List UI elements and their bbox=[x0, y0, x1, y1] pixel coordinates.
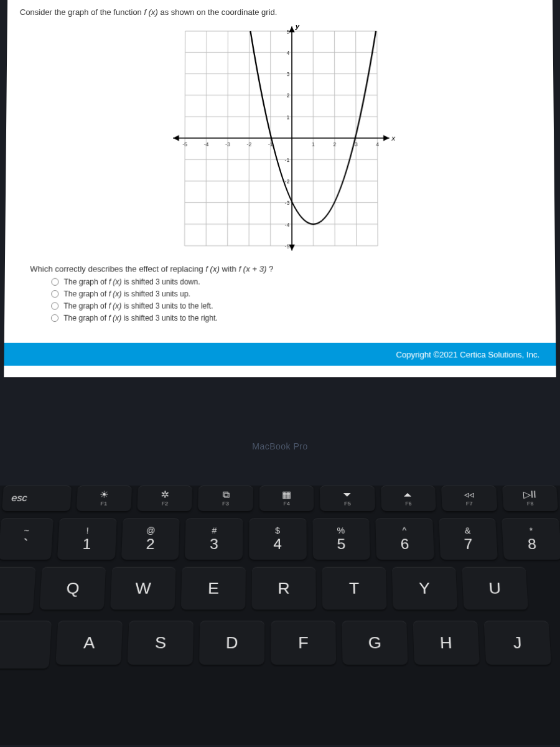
svg-text:-2: -2 bbox=[285, 179, 290, 185]
key-e: E bbox=[181, 567, 246, 610]
brightness-down-icon: ☀ bbox=[100, 490, 109, 499]
opt-text: The graph of f (x) is shifted 3 units to… bbox=[63, 314, 218, 322]
key-y: Y bbox=[392, 567, 457, 610]
key-f6: ⏶F6 bbox=[381, 486, 436, 511]
graph-container: x y 543 21 -1-2-3 -4-5 -5-4-3 -2-1 123 4 bbox=[17, 19, 543, 260]
radio-icon[interactable] bbox=[51, 302, 58, 309]
key-f2: ✲F2 bbox=[137, 486, 192, 511]
number-row: ~` !1 @2 #3 $4 %5 ^6 &7 *8 bbox=[0, 518, 560, 560]
key-d: D bbox=[199, 621, 264, 665]
key-8: *8 bbox=[502, 518, 560, 560]
svg-text:2: 2 bbox=[286, 93, 289, 99]
sub-f2: f (x + 3) bbox=[239, 264, 267, 273]
svg-text:-5: -5 bbox=[285, 243, 290, 250]
key-g: G bbox=[342, 621, 408, 665]
quiz-screen: Consider the graph of the function f (x)… bbox=[4, 0, 556, 377]
option-c[interactable]: The graph of f (x) is shifted 3 units to… bbox=[51, 301, 543, 310]
key-q: Q bbox=[39, 567, 106, 610]
options-list: The graph of f (x) is shifted 3 units do… bbox=[51, 278, 543, 322]
key-esc: esc bbox=[2, 486, 72, 511]
laptop-brand-label: MacBook Pro bbox=[0, 441, 560, 451]
launchpad-icon: ▦ bbox=[282, 490, 291, 499]
question-intro: Consider the graph of the function f (x)… bbox=[20, 7, 540, 17]
sub-pre: Which correctly describes the effect of … bbox=[30, 264, 205, 273]
svg-text:-1: -1 bbox=[285, 157, 290, 163]
sub-end: ? bbox=[269, 264, 273, 273]
key-f7: ◃◃F7 bbox=[441, 486, 497, 511]
svg-text:3: 3 bbox=[286, 71, 289, 77]
rewind-icon: ◃◃ bbox=[464, 490, 474, 499]
key-2: @2 bbox=[121, 518, 180, 560]
svg-marker-24 bbox=[173, 135, 179, 141]
play-pause-icon: ▷II bbox=[523, 490, 536, 499]
key-f: F bbox=[271, 621, 336, 665]
svg-text:-4: -4 bbox=[285, 222, 290, 228]
key-6: ^6 bbox=[375, 518, 434, 560]
key-f5: ⏷F5 bbox=[320, 486, 375, 511]
keyboard-bright-icon: ⏶ bbox=[403, 490, 414, 499]
function-row: esc ☀F1 ✲F2 ⧉F3 ▦F4 ⏷F5 ⏶F6 ◃◃F7 ▷IIF8 bbox=[0, 486, 560, 511]
radio-icon[interactable] bbox=[51, 278, 58, 286]
key-u: U bbox=[462, 567, 528, 610]
intro-text-pre: Consider the graph of the function bbox=[20, 7, 144, 17]
physical-keyboard: esc ☀F1 ✲F2 ⧉F3 ▦F4 ⏷F5 ⏶F6 ◃◃F7 ▷IIF8 ~… bbox=[0, 486, 560, 745]
svg-text:y: y bbox=[295, 22, 300, 30]
key-7: &7 bbox=[439, 518, 498, 560]
svg-text:3: 3 bbox=[355, 141, 358, 148]
key-t: T bbox=[322, 567, 386, 610]
svg-text:1: 1 bbox=[312, 141, 315, 148]
intro-fn: f (x) bbox=[144, 7, 157, 17]
option-d[interactable]: The graph of f (x) is shifted 3 units to… bbox=[51, 314, 543, 322]
svg-marker-26 bbox=[289, 245, 295, 251]
svg-marker-25 bbox=[289, 26, 295, 32]
key-backtick: ~` bbox=[0, 518, 54, 560]
svg-text:-5: -5 bbox=[182, 141, 187, 148]
svg-text:1: 1 bbox=[286, 114, 289, 120]
mission-control-icon: ⧉ bbox=[222, 490, 229, 499]
key-a: A bbox=[55, 621, 123, 665]
option-b[interactable]: The graph of f (x) is shifted 3 units up… bbox=[51, 289, 543, 298]
sub-f1: f (x) bbox=[205, 264, 220, 273]
svg-text:-2: -2 bbox=[247, 141, 252, 148]
key-5: %5 bbox=[312, 518, 370, 560]
key-s: S bbox=[128, 621, 194, 665]
key-f4: ▦F4 bbox=[259, 486, 314, 511]
option-a[interactable]: The graph of f (x) is shifted 3 units do… bbox=[51, 278, 543, 286]
key-h: H bbox=[413, 621, 480, 665]
key-f1: ☀F1 bbox=[76, 486, 132, 511]
key-j: J bbox=[484, 621, 552, 665]
radio-icon[interactable] bbox=[51, 290, 58, 298]
svg-text:4: 4 bbox=[286, 50, 289, 56]
opt-text: The graph of f (x) is shifted 3 units up… bbox=[63, 289, 190, 298]
key-tab: tab bbox=[0, 567, 36, 614]
svg-text:4: 4 bbox=[376, 141, 379, 148]
intro-text-post: as shown on the coordinate grid. bbox=[160, 7, 277, 17]
brightness-up-icon: ✲ bbox=[161, 490, 169, 499]
svg-text:-3: -3 bbox=[225, 141, 230, 148]
opt-text: The graph of f (x) is shifted 3 units to… bbox=[63, 301, 213, 310]
key-1: !1 bbox=[57, 518, 116, 560]
radio-icon[interactable] bbox=[51, 314, 58, 322]
key-w: W bbox=[110, 567, 175, 610]
key-r: R bbox=[252, 567, 316, 610]
opt-text: The graph of f (x) is shifted 3 units do… bbox=[64, 278, 200, 286]
coordinate-grid: x y 543 21 -1-2-3 -4-5 -5-4-3 -2-1 123 4 bbox=[161, 19, 399, 258]
key-4: $4 bbox=[249, 518, 306, 560]
keyboard-dim-icon: ⏷ bbox=[342, 490, 352, 499]
svg-text:-3: -3 bbox=[285, 200, 290, 206]
svg-text:x: x bbox=[391, 134, 396, 142]
footer-bar: Copyright ©2021 Certica Solutions, Inc. bbox=[4, 343, 556, 366]
copyright-text: Copyright ©2021 Certica Solutions, Inc. bbox=[396, 350, 539, 359]
key-capslock: ps lock bbox=[0, 621, 52, 669]
svg-marker-23 bbox=[383, 135, 390, 141]
asdf-row: ps lock A S D F G H J bbox=[0, 621, 560, 669]
key-f3: ⧉F3 bbox=[198, 486, 253, 511]
qwerty-row: tab Q W E R T Y U bbox=[0, 567, 560, 614]
sub-question: Which correctly describes the effect of … bbox=[30, 264, 543, 273]
key-3: #3 bbox=[185, 518, 243, 560]
svg-text:-4: -4 bbox=[204, 141, 209, 148]
svg-text:2: 2 bbox=[333, 141, 336, 148]
svg-text:5: 5 bbox=[286, 29, 289, 35]
sub-mid: with bbox=[222, 264, 239, 273]
key-f8: ▷IIF8 bbox=[502, 486, 558, 511]
